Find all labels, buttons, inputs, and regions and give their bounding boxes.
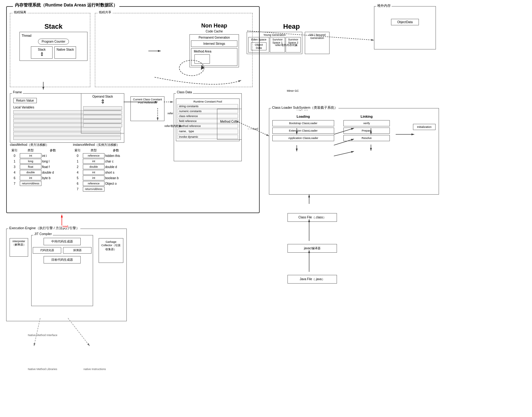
off-heap-box: 堆外内存 ObjectData	[374, 6, 436, 49]
thread-label: Thread	[22, 34, 85, 37]
native-method-libraries-label: Native Method Libraries	[28, 368, 57, 371]
type-cell: int	[20, 175, 41, 180]
method-area-inner	[194, 54, 210, 64]
type-cell: returnAddress	[83, 187, 104, 192]
classloader-box: Class Loader SubSystem（类装载子系统） Loading B…	[269, 108, 439, 195]
index-cell: 7	[73, 187, 82, 191]
heap-title: Heap	[247, 23, 336, 31]
young-gen-label: Young Generation	[248, 33, 301, 36]
instance-method-header: 索引 类型 参数	[73, 148, 127, 153]
method-table: classMethod（类方法栈帧） 索引 类型 参数 0 int int i …	[10, 143, 251, 192]
index-cell: 6	[10, 176, 19, 180]
operand-stack-line-1	[83, 106, 122, 110]
type-label-im: 类型	[83, 148, 104, 153]
frame-label: Frame	[12, 91, 23, 94]
class-method-section: classMethod（类方法栈帧） 索引 类型 参数 0 int int i …	[10, 143, 64, 192]
non-heap-section: Non Heap Code Cache Permanent Generation…	[186, 23, 242, 84]
permanent-gen-box: Permanent Generation Interned Strings Me…	[189, 34, 239, 67]
native-instructions-label: native Instructions	[83, 368, 106, 371]
heap-section: Heap Young Generation Eden Space Object …	[247, 23, 336, 84]
off-heap-title: 堆外内存	[376, 3, 392, 8]
classloader-title: Class Loader SubSystem（类装载子系统）	[271, 105, 338, 110]
refer-label: refer	[168, 112, 173, 115]
index-cell: 4	[10, 171, 19, 174]
javafile-box: Java File（.java）	[287, 275, 337, 284]
instance-method-title: instanceMethod（实例方法栈帧）	[73, 143, 127, 147]
verify-item: verify	[343, 120, 390, 126]
thread-shared-box: 线程共享 Non Heap Code Cache Permanent Gener…	[95, 13, 253, 87]
table-row: 5 int boolean b	[73, 175, 127, 180]
table-row: 1 int char c	[73, 159, 127, 164]
loading-title: Loading	[272, 115, 334, 118]
updown-arrow: ⇕	[32, 51, 51, 57]
bootstrap-classloader: Bootstrap ClassLoader	[272, 120, 334, 126]
type-cell: reference	[83, 153, 104, 158]
type-cell: float	[20, 164, 41, 169]
type-cell: double	[20, 170, 41, 175]
index-cell: 4	[73, 171, 82, 174]
initialization-box: Initialization	[413, 124, 436, 130]
runtime-constant-pool-label: Runtime Constant Pool	[177, 100, 238, 103]
young-gen-box: Young Generation Eden Space Object Data …	[247, 32, 302, 54]
param-cell: hidden this	[105, 154, 127, 158]
execution-engine-title: Execution Engine（执行引擎 / 方法执行引擎）	[8, 226, 80, 230]
instance-method-section: instanceMethod（实例方法栈帧） 索引 类型 参数 0 refere…	[73, 143, 127, 192]
code-optimizer: 代码优化器	[33, 247, 61, 254]
interpreter-box: interpreter（解释器）	[10, 238, 28, 257]
param-label-im: 参数	[105, 148, 127, 153]
target-code: 目标代码生成器	[44, 256, 81, 263]
param-cell: double d	[105, 165, 127, 169]
class-data-label: Class Data	[176, 91, 193, 94]
stack-label: Stack	[38, 48, 45, 51]
param-cell: long l	[42, 160, 64, 163]
extension-classloader: Extension ClassLoader	[272, 128, 334, 134]
table-row: 4 double double d	[10, 170, 64, 175]
application-classloader: Application ClassLoader	[272, 135, 334, 141]
table-row: 6 reference Object o	[73, 181, 127, 186]
type-cell: reference	[83, 181, 104, 186]
operand-stack-lines	[83, 106, 122, 127]
index-cell: 1	[73, 160, 82, 163]
stack-section: Stack Thread Program Counter Stack ⇕ Nat…	[16, 23, 91, 84]
refer-off-heap-label: refer堆外内存对象	[275, 43, 298, 47]
type-cell: int	[83, 159, 104, 164]
tables-area: classMethod（类方法栈帧） 索引 类型 参数 0 int int i …	[10, 143, 251, 192]
param-cell: boolean b	[105, 176, 127, 180]
type-cell: int	[20, 153, 41, 158]
table-row: 2 double double d	[73, 164, 127, 169]
stack-box: Stack ⇕	[31, 46, 53, 59]
method-code-box: Method Code	[217, 109, 242, 140]
type-cell: int	[83, 175, 104, 180]
class-method-title: classMethod（类方法栈帧）	[10, 143, 64, 147]
method-area-label: Method Area	[194, 50, 235, 53]
classfile-box: Class File（.class）	[287, 213, 337, 222]
index-cell: 5	[73, 176, 82, 180]
pool-item-0: string constants	[177, 104, 238, 108]
table-row: 0 int int i	[10, 153, 64, 158]
program-counter: Program Counter	[38, 39, 69, 44]
param-cell: short s	[105, 171, 127, 174]
read-label: read	[62, 225, 68, 228]
eden-label: Eden Space	[249, 38, 268, 41]
table-row: 7 returnAddress	[73, 187, 127, 192]
param-cell: float f	[42, 165, 64, 169]
index-cell: 2	[73, 165, 82, 169]
method-area-box: Method Area	[191, 48, 237, 66]
memory-management-box: 内存管理系统（Runtime Data Areas 运行时数据区） 线程隔离 S…	[6, 6, 260, 213]
native-stack-box: Native Stack	[54, 46, 76, 59]
thread-isolation-box: 线程隔离 Stack Thread Program Counter Stack …	[10, 13, 90, 87]
object-data-off-heap: ObjectData	[391, 19, 419, 25]
table-row: 4 int short s	[73, 170, 127, 175]
index-cell: 3	[10, 165, 19, 169]
table-row: 0 reference hidden this	[73, 153, 127, 158]
index-cell: 0	[10, 154, 19, 158]
interned-strings-box: Interned Strings	[191, 40, 237, 47]
index-cell: 6	[73, 182, 82, 185]
operand-stack-box: Operand Stack ⇕	[81, 93, 124, 133]
operand-stack-label: Operand Stack	[81, 95, 124, 98]
javac-box: javac编译器	[287, 244, 337, 253]
jit-compiler-label: JIT Compiler	[33, 232, 53, 236]
type-cell: long	[20, 159, 41, 164]
table-row: 7 returnAddress	[10, 181, 64, 186]
type-cell: returnAddress	[20, 181, 41, 186]
